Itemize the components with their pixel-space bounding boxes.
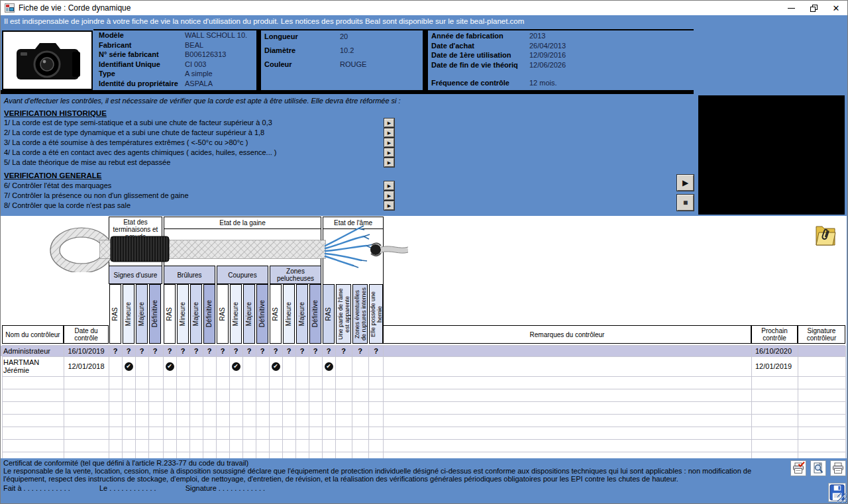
subgroup-header-3: Coupures — [217, 266, 268, 284]
question-mark: ? — [127, 347, 131, 355]
restore-button[interactable] — [802, 1, 825, 15]
question-mark: ? — [207, 347, 212, 355]
question-mark: ? — [327, 347, 331, 355]
grid-line — [2, 427, 845, 427]
product-panel-dates: Année de fabrication2013Date d'achat26/0… — [431, 32, 690, 89]
check-icon: ✔ — [325, 362, 333, 371]
grid-line — [229, 346, 230, 458]
verification-general-item: 7/ Contrôler la présence ou non d'un gli… — [4, 191, 394, 201]
grid-line — [368, 346, 369, 458]
question-mark: ? — [300, 347, 305, 355]
mark-cell: ? — [177, 346, 189, 356]
field-label: Date d'achat — [431, 42, 474, 50]
product-photo — [2, 30, 93, 90]
inspection-row[interactable]: HARTMAN Jérémie12/01/2018✔✔✔✔✔12/01/2019 — [1, 356, 845, 376]
print-validate-button[interactable] — [790, 460, 806, 476]
preview-icon — [812, 462, 825, 475]
field-value: A simple — [185, 70, 213, 77]
product-field: CouleurROUGE — [264, 60, 417, 74]
close-button[interactable]: ✕ — [825, 1, 847, 15]
condition-column-header: Majeure — [136, 284, 148, 344]
field-value: 10.2 — [340, 46, 354, 54]
check-icon: ✔ — [166, 362, 174, 371]
question-mark: ? — [341, 347, 346, 355]
field-value: 26/04/2013 — [529, 42, 566, 50]
condition-column-label: Majeure — [299, 302, 306, 326]
attachment-folder-button[interactable] — [814, 221, 838, 249]
inspection-row[interactable]: Administrateur16/10/2019????????????????… — [1, 346, 845, 356]
condition-column-header: Mineure — [283, 284, 295, 344]
condition-column-header: Définitive — [256, 284, 268, 344]
product-field: Année de fabrication2013 — [431, 32, 690, 42]
minimize-button[interactable] — [780, 1, 802, 15]
mark-cell: ? — [270, 346, 282, 356]
condition-column-header: Définitive — [309, 284, 321, 344]
condition-column-label: Majeure — [138, 302, 146, 326]
next-control-cell: 12/01/2019 — [755, 356, 796, 376]
condition-column-label: RAS — [112, 307, 119, 321]
item-video-play-button[interactable]: ▶ — [384, 158, 394, 167]
condition-column-label: Mineure — [125, 302, 132, 326]
product-panel-dimensions: Longueur20Diamètre10.2CouleurROUGE — [264, 32, 417, 74]
condition-column-label: Majeure — [246, 302, 253, 326]
condition-column-header: RAS — [270, 284, 282, 344]
question-mark: ? — [140, 347, 144, 355]
condition-column-label: Une partie de l'âme est apparente — [337, 286, 350, 342]
item-video-play-button[interactable]: ▶ — [384, 191, 394, 200]
subgroup-label: Coupures — [228, 272, 256, 279]
video-stop-button[interactable]: ■ — [677, 195, 694, 211]
product-field: Longueur20 — [264, 32, 417, 46]
subgroup-header-2: Brûlures — [164, 266, 215, 284]
application-window: Fiche de vie : Corde dynamique ✕ Il est … — [0, 0, 848, 504]
print-button[interactable] — [830, 460, 846, 476]
item-video-play-button[interactable]: ▶ — [384, 119, 394, 127]
product-field: TypeA simple — [99, 70, 264, 79]
grid-line — [216, 346, 217, 458]
field-label: Modèle — [99, 31, 124, 39]
play-icon: ▶ — [388, 183, 391, 188]
verification-item-text: 5/ La date théorique de mise au rebut es… — [4, 158, 170, 166]
inspector-name-cell: HARTMAN Jérémie — [3, 356, 62, 376]
mark-cell: ? — [309, 346, 321, 356]
question-mark: ? — [287, 347, 292, 355]
title-bar: Fiche de vie : Corde dynamique ✕ — [1, 1, 847, 15]
condition-column-label: Définitive — [206, 300, 213, 327]
resize-grip[interactable] — [837, 493, 847, 503]
verification-item-text: 3/ La corde a été soumise à des températ… — [4, 138, 248, 146]
grid-line — [845, 346, 846, 458]
close-icon: ✕ — [833, 4, 840, 13]
mark-cell: ✔ — [230, 356, 242, 376]
mark-cell: ? — [136, 346, 148, 356]
play-icon: ▶ — [388, 130, 391, 135]
header-inspector-name: Nom du contrôleur — [2, 325, 64, 344]
control-date-cell: 12/01/2018 — [64, 356, 109, 376]
mark-cell: ✔ — [123, 356, 134, 376]
grid-line — [122, 346, 123, 458]
header-signature: Signature contrôleur — [798, 325, 845, 344]
divider — [423, 29, 428, 91]
item-video-play-button[interactable]: ▶ — [384, 201, 394, 210]
question-mark: ? — [374, 347, 378, 355]
video-play-button[interactable]: ▶ — [677, 175, 694, 191]
mark-cell: ? — [369, 346, 383, 356]
certificate-title: Certificat de conformité (tel que défini… — [3, 459, 248, 467]
verification-item-text: 2/ La corde est de type dynamique et a s… — [4, 128, 264, 136]
print-preview-button[interactable] — [810, 460, 826, 476]
product-field: Date de 1ère utilisation12/09/2016 — [431, 51, 690, 61]
item-video-play-button[interactable]: ▶ — [384, 138, 394, 147]
condition-column-header: Définitive — [149, 284, 161, 344]
condition-column-label: Mineure — [180, 302, 187, 326]
grid-line — [352, 346, 352, 458]
verification-item-text: 8/ Contrôler que la corde n'est pas sale — [4, 201, 131, 209]
field-label: Identifiant Unique — [99, 60, 160, 68]
inspector-name-cell: Administrateur — [3, 346, 62, 356]
question-mark: ? — [260, 347, 265, 355]
verification-general-item: 8/ Contrôler que la corde n'est pas sale… — [4, 201, 394, 211]
condition-column-header: RAS — [109, 284, 121, 344]
item-video-play-button[interactable]: ▶ — [384, 128, 394, 137]
item-video-play-button[interactable]: ▶ — [384, 148, 394, 157]
grid-line — [64, 346, 64, 458]
check-icon: ✔ — [232, 362, 240, 371]
header-next-control: Prochain contrôle — [751, 325, 798, 344]
item-video-play-button[interactable]: ▶ — [384, 181, 394, 190]
